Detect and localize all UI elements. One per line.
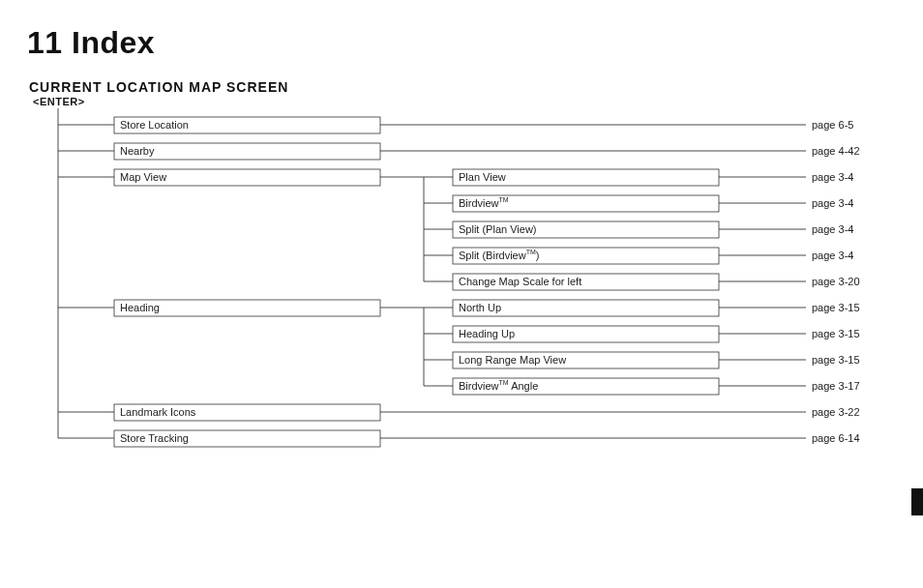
page-ref: page 4-42 [812,145,860,157]
page-ref: page 3-15 [812,328,860,339]
item-label: Long Range Map View [459,354,566,366]
item-label: Store Location [120,119,189,131]
item-label: Store Tracking [120,432,189,444]
page-ref: page 3-4 [812,250,853,261]
item-label: Change Map Scale for left [459,276,581,287]
item-label: Map View [120,171,166,183]
page-ref: page 3-4 [812,197,853,209]
item-label: Split (Plan View) [459,223,537,235]
item-label: Plan View [459,171,506,183]
item-label: Landmark Icons [120,406,196,418]
page-ref: page 3-20 [812,276,860,287]
page-ref: page 3-17 [812,380,860,392]
item-label: North Up [459,302,501,313]
page-tab-marker [911,488,923,515]
item-label: Heading Up [459,328,515,339]
page-ref: page 3-15 [812,354,860,366]
item-label: Nearby [120,145,155,157]
page-ref: page 3-4 [812,171,853,183]
page-ref: page 3-4 [812,223,853,235]
item-label: Heading [120,302,160,313]
page-ref: page 3-15 [812,302,860,313]
page-ref: page 6-5 [812,119,853,131]
index-diagram: Store Location page 6-5 Nearby page 4-42… [0,0,923,588]
page-ref: page 6-14 [812,432,860,444]
page-ref: page 3-22 [812,406,860,418]
item-label: BirdviewTM Angle [459,379,538,392]
